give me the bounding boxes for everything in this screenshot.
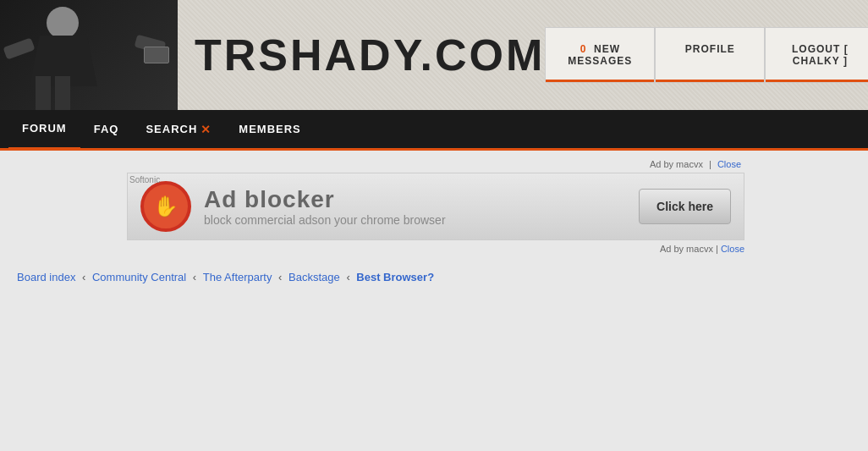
breadcrumb: Board index ‹ Community Central ‹ The Af… bbox=[8, 254, 860, 292]
breadcrumb-backstage[interactable]: Backstage bbox=[288, 271, 340, 283]
nav-forum-label: FORUM bbox=[22, 122, 67, 135]
main-content: Ad by macvx | Close Softonic ✋ Ad blocke… bbox=[0, 151, 868, 447]
breadcrumb-board-index[interactable]: Board index bbox=[17, 271, 75, 283]
nav-search[interactable]: SEARCH ✕ bbox=[132, 109, 225, 150]
ad-text-block: Ad blocker block commercial adson your c… bbox=[204, 186, 626, 227]
logout-button[interactable]: LOGOUT [ CHALKY ] bbox=[765, 27, 868, 83]
breadcrumb-sep-4: ‹ bbox=[346, 271, 353, 283]
breadcrumb-sep-2: ‹ bbox=[193, 271, 200, 283]
ad-subtitle: block commercial adson your chrome brows… bbox=[204, 213, 626, 227]
messages-button[interactable]: 0 NEW MESSAGES bbox=[545, 27, 655, 83]
nav-faq-label: FAQ bbox=[94, 123, 119, 135]
logout-label: LOGOUT [ CHALKY ] bbox=[786, 43, 854, 67]
site-title: TRSHADY.COM bbox=[195, 30, 545, 80]
softonic-label: Softonic bbox=[129, 175, 160, 184]
header-logo bbox=[0, 0, 178, 110]
adblocker-icon: ✋ bbox=[140, 181, 191, 232]
nav-search-label: SEARCH bbox=[146, 123, 197, 135]
profile-button[interactable]: PROFILE bbox=[655, 27, 765, 83]
close-bottom-ad[interactable]: Close bbox=[721, 244, 744, 254]
profile-label: PROFILE bbox=[676, 43, 744, 55]
ad-by-top: Ad by macvx bbox=[650, 159, 703, 169]
ad-by-bottom: Ad by macvx bbox=[660, 244, 713, 254]
breadcrumb-afterparty[interactable]: The Afterparty bbox=[203, 271, 272, 283]
navbar: FORUM FAQ SEARCH ✕ MEMBERS bbox=[0, 110, 868, 151]
ad-title: Ad blocker bbox=[204, 186, 626, 213]
site-header: TRSHADY.COM 0 NEW MESSAGES PROFILE LOGOU… bbox=[0, 0, 868, 110]
nav-members[interactable]: MEMBERS bbox=[225, 109, 314, 150]
breadcrumb-current[interactable]: Best Browser? bbox=[356, 271, 434, 283]
messages-text: NEW MESSAGES bbox=[568, 43, 632, 67]
search-x-icon: ✕ bbox=[201, 123, 212, 136]
separator: | bbox=[709, 159, 711, 169]
breadcrumb-sep-1: ‹ bbox=[82, 271, 89, 283]
breadcrumb-sep-3: ‹ bbox=[278, 271, 285, 283]
nav-forum[interactable]: FORUM bbox=[8, 109, 80, 150]
header-buttons: 0 NEW MESSAGES PROFILE LOGOUT [ CHALKY ] bbox=[545, 27, 868, 83]
separator-bottom: | bbox=[716, 244, 718, 254]
ad-banner-container: Softonic ✋ Ad blocker block commercial a… bbox=[127, 173, 744, 240]
messages-label: 0 NEW MESSAGES bbox=[566, 43, 634, 67]
ad-cta-button[interactable]: Click here bbox=[639, 189, 731, 224]
nav-faq[interactable]: FAQ bbox=[80, 109, 133, 150]
ad-meta-top: Ad by macvx | Close bbox=[8, 159, 860, 169]
messages-count: 0 bbox=[580, 43, 587, 55]
ad-banner: Softonic ✋ Ad blocker block commercial a… bbox=[127, 173, 744, 240]
ad-meta-bottom: Ad by macvx | Close bbox=[127, 244, 744, 254]
hand-stop-icon: ✋ bbox=[153, 195, 179, 218]
close-top-ad[interactable]: Close bbox=[717, 159, 741, 169]
nav-members-label: MEMBERS bbox=[239, 123, 300, 135]
breadcrumb-community-central[interactable]: Community Central bbox=[92, 271, 186, 283]
